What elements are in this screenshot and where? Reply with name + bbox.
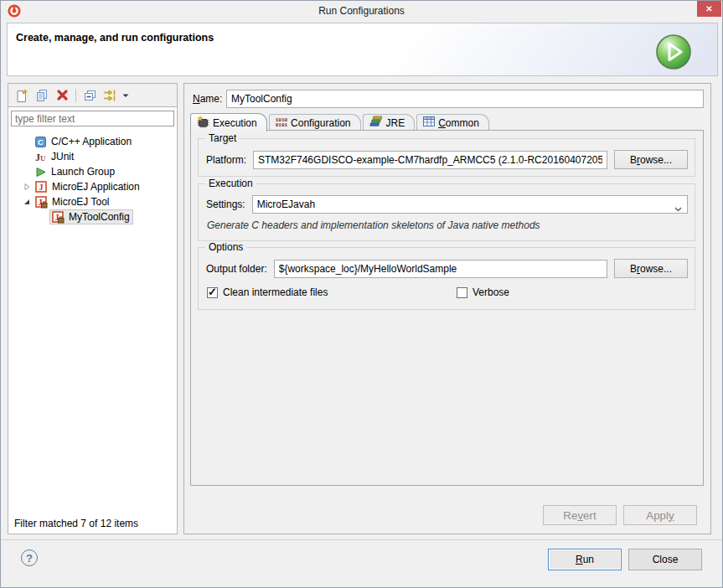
clean-intermediate-label: Clean intermediate files bbox=[223, 286, 328, 298]
tab-execution[interactable]: Execution bbox=[190, 113, 267, 132]
name-label: Name: bbox=[193, 93, 222, 105]
tree-item-label: MicroEJ Application bbox=[52, 181, 140, 193]
filter-configurations-button[interactable] bbox=[101, 86, 119, 105]
duplicate-configuration-button[interactable] bbox=[33, 86, 51, 105]
tree-item-label: Launch Group bbox=[51, 166, 115, 178]
window-title: Run Configurations bbox=[1, 5, 722, 17]
target-group-title: Target bbox=[205, 132, 240, 144]
apply-button[interactable]: Apply bbox=[623, 505, 697, 525]
configuration-tree: C C/C++ Application J U JUnit bbox=[8, 128, 177, 224]
platform-label: Platform: bbox=[206, 154, 246, 166]
verbose-label: Verbose bbox=[473, 286, 509, 298]
close-button[interactable]: Close bbox=[628, 549, 702, 570]
tab-label: Execution bbox=[213, 117, 257, 129]
tree-item-label: C/C++ Application bbox=[51, 136, 132, 147]
dropdown-arrow-icon bbox=[122, 92, 129, 99]
execution-group-title: Execution bbox=[205, 178, 256, 189]
tab-label: Configuration bbox=[291, 117, 350, 129]
tab-label: JRE bbox=[386, 117, 405, 129]
c-cpp-application-icon: C bbox=[34, 136, 47, 148]
output-folder-input[interactable] bbox=[274, 260, 607, 278]
tab-jre[interactable]: JRE bbox=[363, 114, 416, 131]
filter-icon bbox=[103, 89, 117, 102]
target-group: Target Platform: Browse... bbox=[198, 138, 695, 177]
execution-group: Execution Settings: MicroEJavah Generate… bbox=[198, 183, 695, 241]
svg-text:U: U bbox=[40, 154, 46, 162]
help-button[interactable]: ? bbox=[21, 549, 38, 566]
microej-application-icon: J bbox=[34, 180, 48, 193]
library-icon bbox=[369, 116, 383, 130]
duplicate-icon bbox=[35, 89, 49, 102]
footer: ? Run Close bbox=[1, 539, 722, 587]
launch-tree-panel: C C/C++ Application J U JUnit bbox=[8, 107, 178, 534]
tab-configuration[interactable]: 1010 0101 Configuration bbox=[269, 114, 361, 131]
settings-selected-value: MicroEJavah bbox=[257, 199, 315, 210]
collapse-all-button[interactable] bbox=[80, 86, 99, 105]
tree-item-junit[interactable]: J U JUnit bbox=[8, 149, 177, 164]
execution-tab-content: Target Platform: Browse... Execution Set… bbox=[190, 130, 704, 486]
platform-browse-button[interactable]: Browse... bbox=[614, 150, 688, 169]
run-button[interactable]: Run bbox=[548, 549, 622, 570]
window-close-button[interactable]: ✕ bbox=[697, 1, 721, 17]
clean-intermediate-checkbox[interactable] bbox=[207, 287, 218, 298]
panel-actions: Revert Apply bbox=[543, 505, 697, 525]
configuration-editor-panel: Name: Execution 1010 0101 Configura bbox=[183, 83, 711, 534]
options-group-title: Options bbox=[205, 241, 246, 253]
filter-menu-dropdown[interactable] bbox=[121, 86, 131, 105]
options-group: Options Output folder: Browse... Clean i… bbox=[198, 247, 695, 310]
tree-item-launch-group[interactable]: Launch Group bbox=[8, 164, 177, 179]
run-configurations-dialog: Run Configurations ✕ Create, manage, and… bbox=[0, 0, 723, 588]
chip-icon bbox=[197, 116, 209, 131]
tab-common[interactable]: Common bbox=[416, 114, 489, 131]
tree-item-cpp-application[interactable]: C C/C++ Application bbox=[8, 134, 177, 149]
collapse-all-icon bbox=[83, 89, 96, 102]
binary-icon: 1010 0101 bbox=[276, 118, 287, 127]
microej-tool-icon: J bbox=[51, 210, 65, 224]
output-browse-button[interactable]: Browse... bbox=[614, 259, 688, 278]
name-input[interactable] bbox=[226, 90, 704, 108]
tab-label: Common bbox=[438, 117, 479, 129]
platform-field[interactable] bbox=[253, 151, 607, 169]
titlebar: Run Configurations ✕ bbox=[1, 1, 722, 22]
launch-toolbar bbox=[8, 83, 178, 107]
microej-tool-icon: J bbox=[34, 195, 48, 209]
toolbar-separator bbox=[75, 89, 76, 102]
new-document-icon bbox=[15, 89, 28, 102]
chevron-down-icon bbox=[674, 203, 682, 214]
filter-input[interactable] bbox=[11, 111, 174, 126]
settings-combobox[interactable]: MicroEJavah bbox=[252, 195, 688, 214]
tree-item-microej-application[interactable]: J MicroEJ Application bbox=[8, 179, 177, 194]
output-folder-label: Output folder: bbox=[206, 263, 267, 275]
banner-title: Create, manage, and run configurations bbox=[16, 32, 214, 44]
filter-status-text: Filter matched 7 of 12 items bbox=[14, 518, 138, 529]
header-banner: Create, manage, and run configurations bbox=[7, 23, 718, 76]
delete-configuration-button[interactable] bbox=[53, 86, 71, 105]
tree-collapsed-arrow-icon[interactable] bbox=[23, 183, 31, 191]
verbose-checkbox[interactable] bbox=[457, 287, 467, 298]
run-play-icon bbox=[655, 34, 692, 70]
table-icon bbox=[423, 116, 435, 129]
tree-item-label: MyToolConfig bbox=[69, 211, 130, 223]
tree-item-mytoolconfig[interactable]: J MyToolConfig bbox=[8, 209, 177, 224]
svg-text:C: C bbox=[38, 137, 44, 147]
tabbar: Execution 1010 0101 Configuration bbox=[190, 112, 704, 131]
settings-label: Settings: bbox=[206, 199, 245, 210]
launch-group-icon bbox=[34, 166, 47, 178]
junit-icon: J U bbox=[34, 151, 47, 163]
new-configuration-button[interactable] bbox=[13, 86, 31, 105]
settings-description: Generate C headers and implementation sk… bbox=[207, 219, 688, 231]
svg-text:J: J bbox=[39, 183, 44, 192]
tree-selection: J MyToolConfig bbox=[49, 209, 133, 224]
tree-item-label: JUnit bbox=[51, 151, 74, 162]
tree-item-label: MicroEJ Tool bbox=[52, 196, 109, 208]
delete-icon bbox=[56, 89, 69, 101]
revert-button[interactable]: Revert bbox=[543, 505, 617, 525]
tree-expanded-arrow-icon[interactable] bbox=[23, 198, 31, 206]
tree-item-microej-tool[interactable]: J MicroEJ Tool bbox=[8, 194, 177, 209]
